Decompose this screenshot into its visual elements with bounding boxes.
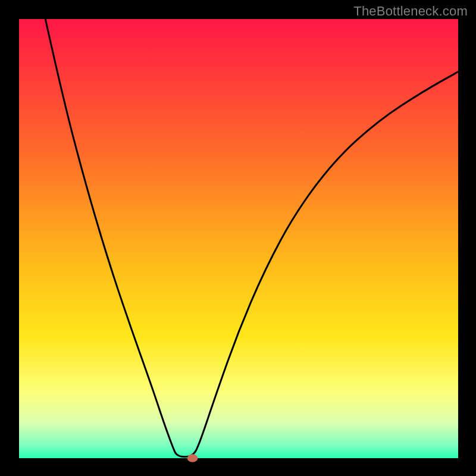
plot-background	[19, 19, 458, 458]
bottleneck-chart	[0, 0, 476, 476]
watermark-label: TheBottleneck.com	[353, 4, 468, 19]
optimal-point-marker	[187, 454, 198, 462]
chart-frame: TheBottleneck.com	[0, 0, 476, 476]
